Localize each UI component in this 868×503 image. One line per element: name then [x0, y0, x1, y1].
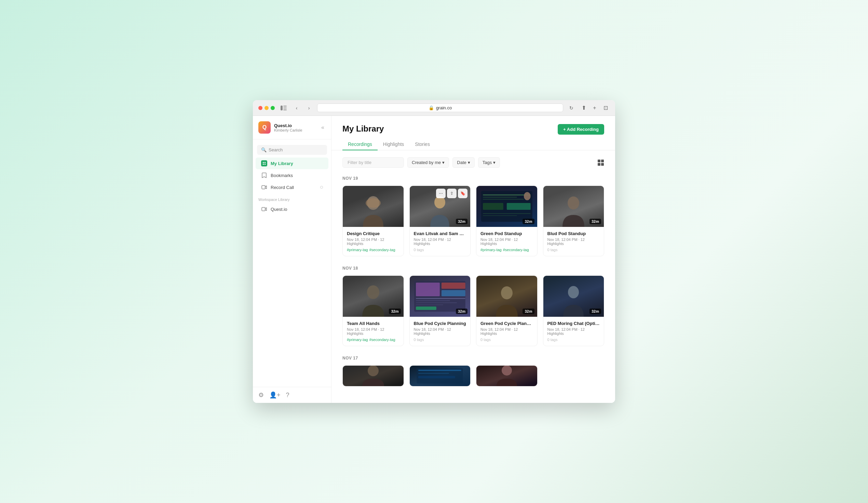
refresh-button[interactable]: ↻: [567, 104, 576, 112]
thumbnail-11: [476, 366, 537, 386]
search-input[interactable]: [342, 157, 404, 168]
forward-button[interactable]: ›: [305, 104, 313, 112]
svg-rect-4: [263, 162, 264, 163]
svg-rect-31: [442, 290, 465, 296]
recording-card-2[interactable]: ⋯ ⇪ 🔖 32m Evan Litvak and Sam Broady Nov…: [410, 186, 471, 256]
recording-meta-1: Nov 18, 12:04 PM · 12 Highlights: [347, 237, 400, 246]
recording-card-1[interactable]: Design Critique Nov 18, 12:04 PM · 12 Hi…: [342, 186, 404, 256]
sidebar-toggle-button[interactable]: [279, 105, 288, 111]
sidebar-collapse-button[interactable]: «: [320, 123, 326, 132]
no-tags-8: 0 tags: [547, 338, 558, 342]
thumbnail-7: 32m: [476, 276, 537, 317]
share-button[interactable]: ⬆: [580, 104, 588, 112]
recording-tags-7: 0 tags: [480, 338, 533, 342]
bookmarks-label: Bookmarks: [271, 173, 293, 178]
sidebar-header: Q Quest.io Kimberly Carlisle «: [253, 116, 331, 140]
svg-point-27: [367, 285, 379, 299]
tag-primary-1: #primary-tag: [347, 248, 368, 252]
recording-card-10[interactable]: [410, 365, 471, 387]
settings-button[interactable]: ⚙: [258, 391, 264, 399]
tabs-button[interactable]: ⊡: [601, 104, 610, 112]
recording-title-7: Green Pod Cycle Planning: [480, 321, 533, 326]
thumbnail-8: 32m: [543, 276, 604, 317]
recording-card-8[interactable]: 32m PED Moring Chat (Optional) Nov 18, 1…: [543, 275, 604, 346]
date-label-nov18: NOV 18: [342, 266, 604, 271]
tab-highlights[interactable]: Highlights: [378, 139, 410, 150]
svg-rect-13: [601, 163, 604, 166]
recording-card-4[interactable]: 32m Blud Pod Standup Nov 18, 12:04 PM · …: [543, 186, 604, 256]
main-header: My Library + Add Recording: [331, 116, 615, 135]
tag-primary-5: #primary-tag: [347, 338, 368, 342]
card-bookmark-button-2[interactable]: 🔖: [458, 189, 467, 198]
tab-recordings[interactable]: Recordings: [342, 139, 378, 150]
fullscreen-button[interactable]: [271, 106, 275, 110]
recording-card-5[interactable]: 32m Team All Hands Nov 18, 12:04 PM · 12…: [342, 275, 404, 346]
recording-title-8: PED Moring Chat (Optional): [547, 321, 600, 326]
recording-card-11[interactable]: [476, 365, 538, 387]
thumbnail-2: ⋯ ⇪ 🔖 32m: [410, 186, 471, 227]
svg-rect-22: [507, 203, 531, 210]
recording-title-6: Blue Pod Cycle Planning: [414, 321, 466, 326]
recording-tags-6: 0 tags: [414, 338, 466, 342]
sidebar-item-questio[interactable]: Quest.io: [256, 203, 328, 215]
svg-rect-2: [283, 107, 287, 108]
sidebar-item-record-call[interactable]: Record Call: [256, 182, 328, 193]
thumbnail-5: 32m: [343, 276, 404, 317]
recording-tags-2: 0 tags: [414, 248, 466, 252]
chevron-down-icon-2: ▾: [468, 160, 470, 165]
workspace-info: Q Quest.io Kimberly Carlisle: [258, 121, 302, 134]
svg-rect-30: [442, 283, 465, 289]
duration-badge-5: 32m: [389, 309, 401, 314]
svg-rect-8: [262, 186, 265, 189]
view-toggle[interactable]: [597, 159, 604, 166]
sidebar-item-my-library[interactable]: My Library: [256, 157, 328, 169]
add-member-button[interactable]: 👤+: [269, 391, 281, 399]
created-by-filter[interactable]: Created by me ▾: [407, 157, 449, 168]
content-area: Created by me ▾ Date ▾ Tags ▾: [331, 150, 615, 403]
duration-badge-4: 32m: [589, 219, 601, 224]
sidebar-search[interactable]: 🔍 Search: [257, 145, 327, 155]
minimize-button[interactable]: [265, 106, 269, 110]
recording-card-9[interactable]: [342, 365, 404, 387]
section-nov19: NOV 19: [342, 176, 604, 256]
chevron-down-icon: ▾: [442, 160, 445, 165]
card-actions-2: ⋯ ⇪ 🔖: [436, 189, 467, 198]
new-tab-button[interactable]: +: [590, 104, 599, 112]
close-button[interactable]: [258, 106, 262, 110]
tab-stories[interactable]: Stories: [410, 139, 435, 150]
svg-rect-41: [418, 370, 461, 371]
tag-secondary-5: #secondary-tag: [369, 338, 395, 342]
date-label-nov17: NOV 17: [342, 356, 604, 360]
card-share-button-2[interactable]: ⇪: [447, 189, 456, 198]
recording-info-3: Green Pod Standup Nov 18, 12:04 PM · 12 …: [476, 227, 537, 256]
recording-card-7[interactable]: 32m Green Pod Cycle Planning Nov 18, 12:…: [476, 275, 538, 346]
add-recording-button[interactable]: + Add Recording: [558, 124, 604, 135]
help-button[interactable]: ?: [286, 391, 289, 399]
card-menu-button-2[interactable]: ⋯: [436, 189, 446, 198]
recording-card-3[interactable]: 32m Green Pod Standup Nov 18, 12:04 PM ·…: [476, 186, 538, 256]
tags-filter[interactable]: Tags ▾: [478, 157, 500, 168]
svg-rect-23: [483, 213, 531, 214]
security-icon: 🔒: [428, 105, 434, 110]
app-layout: Q Quest.io Kimberly Carlisle « 🔍 Search: [253, 116, 615, 403]
no-tags-7: 0 tags: [480, 338, 491, 342]
url-text: grain.co: [436, 105, 452, 110]
date-filter[interactable]: Date ▾: [453, 157, 474, 168]
sidebar-item-bookmarks[interactable]: Bookmarks: [256, 170, 328, 181]
svg-point-15: [366, 198, 381, 208]
chevron-down-icon-3: ▾: [493, 160, 496, 165]
address-bar[interactable]: 🔒 grain.co: [317, 104, 563, 112]
back-button[interactable]: ‹: [292, 104, 301, 112]
svg-rect-21: [483, 203, 503, 210]
duration-badge-6: 32m: [456, 309, 467, 314]
filters-row: Created by me ▾ Date ▾ Tags ▾: [342, 157, 604, 168]
recordings-grid-nov19: Design Critique Nov 18, 12:04 PM · 12 Hi…: [342, 186, 604, 256]
recording-tags-4: 0 tags: [547, 248, 600, 252]
recording-meta-3: Nov 18, 12:04 PM · 12 Highlights: [480, 237, 533, 246]
svg-rect-9: [262, 207, 265, 211]
svg-rect-43: [418, 376, 455, 378]
recording-card-6[interactable]: 32m Blue Pod Cycle Planning Nov 18, 12:0…: [410, 275, 471, 346]
svg-rect-33: [416, 300, 450, 301]
traffic-lights: [258, 106, 275, 110]
recording-meta-7: Nov 18, 12:04 PM · 12 Highlights: [480, 327, 533, 336]
